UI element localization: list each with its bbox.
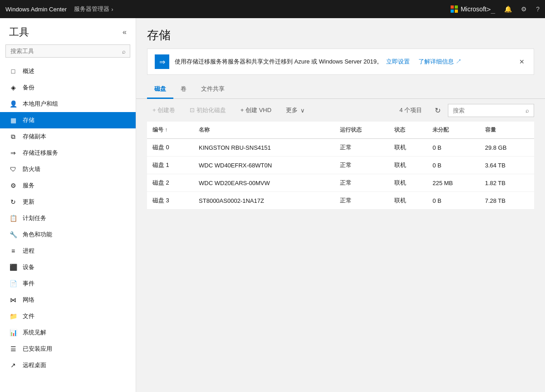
sidebar-item-storagereplica[interactable]: ⧉存储副本 — [0, 128, 136, 145]
layout: 工具 « ⌕ □概述◈备份👤本地用户和组▦存储⧉存储副本⇒存储迁移服务🛡防火墙⚙… — [0, 18, 545, 392]
sidebar-item-localusers[interactable]: 👤本地用户和组 — [0, 96, 136, 112]
nav-label-devices: 设备 — [23, 263, 34, 271]
sidebar-item-roles[interactable]: 🔧角色和功能 — [0, 226, 136, 243]
nav-icon-storagereplica: ⧉ — [9, 133, 17, 141]
nav-icon-roles: 🔧 — [9, 231, 17, 238]
nav-label-installed: 已安装应用 — [23, 345, 52, 353]
nav-icon-installed: ☰ — [9, 345, 17, 353]
init-disk-button[interactable]: ⊡ 初始化磁盘 — [184, 103, 231, 117]
col-name[interactable]: 名称 — [193, 122, 334, 139]
col-number[interactable]: 编号 ↑ — [147, 122, 193, 139]
cell-state-2: 联机 — [389, 174, 427, 192]
table-container: 编号 ↑名称运行状态状态未分配容量 磁盘 0KINGSTON RBU-SNS41… — [136, 122, 545, 392]
nav-label-localusers: 本地用户和组 — [23, 100, 58, 108]
nav-label-overview: 概述 — [23, 67, 34, 75]
nav-label-firewall: 防火墙 — [23, 165, 40, 173]
table-header-row: 编号 ↑名称运行状态状态未分配容量 — [147, 122, 534, 139]
nav-label-services: 服务 — [23, 181, 34, 190]
table-row[interactable]: 磁盘 0KINGSTON RBU-SNS4151正常联机0 B29.8 GB — [147, 139, 534, 157]
cell-capacity-3: 7.28 TB — [480, 192, 534, 210]
banner-setup-link[interactable]: 立即设置 — [386, 58, 410, 65]
nav-icon-sysinsight: 📊 — [9, 329, 17, 336]
top-nav: Windows Admin Center 服务器管理器 › Microsoft … — [0, 0, 545, 18]
more-button[interactable]: 更多 ∨ — [280, 103, 310, 117]
sidebar-item-devices[interactable]: ⬛设备 — [0, 259, 136, 275]
settings-icon[interactable]: ⚙ — [521, 5, 527, 13]
sidebar-nav: □概述◈备份👤本地用户和组▦存储⧉存储副本⇒存储迁移服务🛡防火墙⚙服务↻更新📋计… — [0, 63, 136, 392]
tab-volumes[interactable]: 卷 — [173, 80, 194, 99]
sidebar-collapse-button[interactable]: « — [123, 28, 127, 36]
help-icon[interactable]: ? — [536, 5, 540, 13]
banner-close-button[interactable]: ✕ — [517, 56, 526, 67]
nav-label-updates: 更新 — [23, 198, 34, 206]
cell-name-2: WDC WD20EARS-00MVW — [193, 174, 334, 192]
cell-unallocated-0: 0 B — [427, 139, 479, 157]
sidebar-item-events[interactable]: 📄事件 — [0, 275, 136, 292]
create-volume-button[interactable]: + 创建卷 — [147, 103, 181, 117]
sidebar-item-updates[interactable]: ↻更新 — [0, 194, 136, 210]
sidebar-item-sysinsight[interactable]: 📊系统见解 — [0, 324, 136, 341]
nav-label-processes: 进程 — [23, 247, 34, 255]
bell-icon[interactable]: 🔔 — [504, 5, 512, 13]
more-label: 更多 — [286, 106, 298, 114]
col-state[interactable]: 状态 — [389, 122, 427, 139]
sidebar-item-processes[interactable]: ≡进程 — [0, 243, 136, 259]
create-volume-label: + 创建卷 — [152, 106, 175, 114]
top-nav-left: Windows Admin Center 服务器管理器 › — [5, 5, 451, 13]
create-vhd-label: + 创建 VHD — [241, 106, 271, 114]
create-vhd-button[interactable]: + 创建 VHD — [235, 103, 277, 117]
table-row[interactable]: 磁盘 3ST8000AS0002-1NA17Z正常联机0 B7.28 TB — [147, 192, 534, 210]
table-row[interactable]: 磁盘 2WDC WD20EARS-00MVW正常联机225 MB1.82 TB — [147, 174, 534, 192]
sidebar-item-remote[interactable]: ↗远程桌面 — [0, 357, 136, 373]
toolbar-search-input[interactable] — [448, 104, 521, 117]
table-body: 磁盘 0KINGSTON RBU-SNS4151正常联机0 B29.8 GB磁盘… — [147, 139, 534, 210]
ms-grid-icon — [451, 5, 458, 13]
tab-disks[interactable]: 磁盘 — [147, 80, 173, 99]
terminal-icon[interactable]: >_ — [486, 5, 495, 14]
top-nav-actions: >_ 🔔 ⚙ ? — [486, 5, 540, 14]
toolbar-search-button[interactable]: ⌕ — [521, 104, 534, 117]
refresh-button[interactable]: ↻ — [431, 104, 444, 117]
nav-icon-processes: ≡ — [9, 247, 17, 255]
sidebar-item-network[interactable]: ⋈网络 — [0, 292, 136, 308]
sidebar-item-firewall[interactable]: 🛡防火墙 — [0, 161, 136, 177]
cell-status-2: 正常 — [334, 174, 389, 192]
col-status[interactable]: 运行状态 — [334, 122, 389, 139]
nav-label-network: 网络 — [23, 296, 34, 304]
sidebar-item-services[interactable]: ⚙服务 — [0, 177, 136, 194]
app-title: Windows Admin Center — [5, 6, 67, 13]
nav-icon-storage: ▦ — [9, 117, 17, 124]
nav-label-storagemigration: 存储迁移服务 — [23, 149, 58, 157]
col-unallocated[interactable]: 未分配 — [427, 122, 479, 139]
nav-icon-updates: ↻ — [9, 198, 17, 206]
banner-icon: ⇒ — [155, 54, 169, 69]
cell-capacity-2: 1.82 TB — [480, 174, 534, 192]
nav-label-backup: 备份 — [23, 83, 34, 92]
nav-icon-backup: ◈ — [9, 84, 17, 91]
init-disk-label: ⊡ 初始化磁盘 — [190, 106, 226, 114]
breadcrumb: 服务器管理器 › — [74, 5, 113, 13]
cell-state-0: 联机 — [389, 139, 427, 157]
nav-icon-overview: □ — [9, 68, 17, 75]
sidebar-search-container: ⌕ — [0, 44, 136, 63]
cell-name-1: WDC WD40EFRX-68WT0N — [193, 157, 334, 174]
nav-icon-remote: ↗ — [9, 362, 17, 369]
sidebar-item-storage[interactable]: ▦存储 — [0, 112, 136, 128]
nav-icon-network: ⋈ — [9, 296, 17, 304]
sidebar-item-files[interactable]: 📁文件 — [0, 308, 136, 324]
sidebar-item-scheduled[interactable]: 📋计划任务 — [0, 210, 136, 226]
cell-name-0: KINGSTON RBU-SNS4151 — [193, 139, 334, 157]
table-row[interactable]: 磁盘 1WDC WD40EFRX-68WT0N正常联机0 B3.64 TB — [147, 157, 534, 174]
banner-learn-more-link[interactable]: 了解详细信息 ↗ — [418, 58, 462, 65]
sidebar-search-input[interactable] — [5, 44, 130, 58]
tab-fileshares[interactable]: 文件共享 — [194, 80, 232, 99]
sidebar-item-overview[interactable]: □概述 — [0, 63, 136, 79]
more-chevron-icon: ∨ — [300, 107, 305, 114]
sidebar-item-installed[interactable]: ☰已安装应用 — [0, 341, 136, 357]
sidebar-item-storagemigration[interactable]: ⇒存储迁移服务 — [0, 145, 136, 161]
table-header: 编号 ↑名称运行状态状态未分配容量 — [147, 122, 534, 139]
sidebar-item-backup[interactable]: ◈备份 — [0, 79, 136, 96]
cell-number-0: 磁盘 0 — [147, 139, 193, 157]
col-capacity[interactable]: 容量 — [480, 122, 534, 139]
cell-capacity-0: 29.8 GB — [480, 139, 534, 157]
